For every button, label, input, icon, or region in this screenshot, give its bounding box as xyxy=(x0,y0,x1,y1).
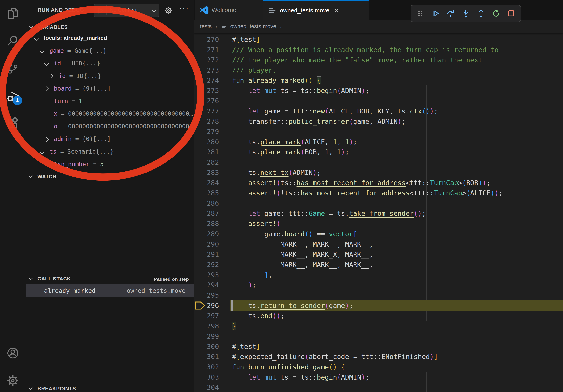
variable-row[interactable]: id = UID{...} xyxy=(26,57,193,70)
line-number[interactable]: 292 xyxy=(194,260,219,270)
settings-gear-icon[interactable] xyxy=(7,374,19,387)
code-line[interactable]: 295 xyxy=(194,290,563,301)
code-line[interactable]: 286 xyxy=(194,198,563,209)
more-actions-icon[interactable]: ··· xyxy=(179,3,189,13)
code-line[interactable]: 302fun burn_unfinished_game() { xyxy=(194,362,563,372)
section-breakpoints[interactable]: BREAKPOINTS xyxy=(26,385,193,392)
line-number[interactable]: 272 xyxy=(194,55,219,65)
breadcrumb-item[interactable]: … xyxy=(285,23,291,30)
code-line[interactable]: 281 ts.place_mark(BOB, 1, 1); xyxy=(194,147,563,157)
variable-row[interactable]: o = 0000000000000000000000000000000000… xyxy=(26,120,193,133)
code-line[interactable]: 294 ); xyxy=(194,280,563,290)
code-line[interactable]: 276 xyxy=(194,96,563,106)
configure-gear-icon[interactable] xyxy=(164,6,173,15)
code-line[interactable]: 301#[expected_failure(abort_code = ttt::… xyxy=(194,352,563,362)
line-number[interactable]: 273 xyxy=(194,65,219,75)
call-stack-frame[interactable]: already_marked owned_tests.move xyxy=(26,284,193,297)
tab-owned-tests[interactable]: owned_tests.move × xyxy=(263,0,369,20)
account-icon[interactable] xyxy=(7,347,19,359)
section-call-stack[interactable]: CALL STACK Paused on step xyxy=(26,275,193,284)
line-number[interactable]: 302 xyxy=(194,362,219,372)
variables-scope-row[interactable]: locals: already_marked xyxy=(26,32,193,45)
code-line[interactable]: 285 assert!(!ts::has_most_recent_for_add… xyxy=(194,188,563,198)
stop-button[interactable] xyxy=(507,9,516,18)
line-number[interactable]: 301 xyxy=(194,352,219,362)
line-number[interactable]: 303 xyxy=(194,372,219,382)
code-line[interactable]: 273/// player. xyxy=(194,65,563,75)
start-debug-icon[interactable] xyxy=(97,7,104,14)
breadcrumb-item[interactable]: owned_tests.move xyxy=(230,23,276,30)
explorer-icon[interactable] xyxy=(7,7,19,20)
variable-row[interactable]: turn = 1 xyxy=(26,95,193,108)
code-line[interactable]: 287 let game: ttt::Game = ts.take_from_s… xyxy=(194,208,563,219)
code-line[interactable]: 296 ts.return_to_sender(game); xyxy=(194,301,563,311)
line-number[interactable]: 274 xyxy=(194,75,219,85)
line-number[interactable]: 285 xyxy=(194,188,219,198)
line-number[interactable]: 286 xyxy=(194,198,219,209)
code-line[interactable]: 288 assert!( xyxy=(194,219,563,229)
search-icon[interactable] xyxy=(7,35,19,47)
extensions-icon[interactable] xyxy=(7,117,19,130)
line-number[interactable]: 289 xyxy=(194,229,219,239)
line-number[interactable]: 299 xyxy=(194,331,219,341)
code-line[interactable]: 274fun already_marked() { xyxy=(194,75,563,85)
line-number[interactable]: 290 xyxy=(194,239,219,249)
line-number[interactable]: 297 xyxy=(194,311,219,321)
line-number[interactable]: 294 xyxy=(194,280,219,290)
line-number[interactable]: 275 xyxy=(194,85,219,96)
line-number[interactable]: 295 xyxy=(194,290,219,301)
code-line[interactable]: 299 xyxy=(194,331,563,341)
line-number[interactable]: 283 xyxy=(194,167,219,178)
code-line[interactable]: 293 ], xyxy=(194,270,563,280)
variable-row[interactable]: ts = Scenario{...} xyxy=(26,145,193,158)
variable-row[interactable]: game = Game{...} xyxy=(26,45,193,57)
code-line[interactable]: 303 let mut ts = ts::begin(ADMIN); xyxy=(194,372,563,382)
line-number[interactable]: 271 xyxy=(194,45,219,55)
line-number[interactable]: 276 xyxy=(194,96,219,106)
line-number[interactable]: 291 xyxy=(194,249,219,260)
variable-row[interactable]: id = ID{...} xyxy=(26,70,193,82)
step-into-button[interactable] xyxy=(461,9,470,18)
variable-row[interactable]: txn_number = 5 xyxy=(26,158,193,171)
code-line[interactable]: 272/// the player who made the "false" m… xyxy=(194,55,563,65)
line-number[interactable]: 296 xyxy=(194,301,219,311)
code-line[interactable]: 300#[test] xyxy=(194,341,563,352)
code-editor[interactable]: 270#[test]271/// When a position is alre… xyxy=(194,33,563,392)
code-line[interactable]: 279 xyxy=(194,127,563,137)
line-number[interactable]: 282 xyxy=(194,157,219,167)
code-line[interactable]: 282 xyxy=(194,157,563,167)
code-line[interactable]: 271/// When a position is already marked… xyxy=(194,45,563,55)
code-line[interactable]: 304 xyxy=(194,382,563,392)
close-icon[interactable]: × xyxy=(334,7,338,14)
line-number[interactable]: 300 xyxy=(194,341,219,352)
line-number[interactable]: 281 xyxy=(194,147,219,157)
section-watch[interactable]: WATCH xyxy=(26,173,193,182)
code-line[interactable]: 292 MARK__, MARK__, MARK__, xyxy=(194,260,563,270)
code-line[interactable]: 289 game.board() == vector[ xyxy=(194,229,563,239)
code-line[interactable]: 277 let game = ttt::new(ALICE, BOB, KEY,… xyxy=(194,106,563,116)
line-number[interactable]: 278 xyxy=(194,116,219,127)
code-line[interactable]: 284 assert!(ts::has_most_recent_for_addr… xyxy=(194,178,563,188)
step-over-button[interactable] xyxy=(446,9,455,18)
tab-welcome[interactable]: Welcome xyxy=(195,0,263,20)
source-control-icon[interactable] xyxy=(7,62,19,75)
variable-row[interactable]: admin = (0)[...] xyxy=(26,133,193,145)
drag-grip-icon[interactable] xyxy=(416,9,425,18)
restart-button[interactable] xyxy=(492,9,501,18)
line-number[interactable]: 287 xyxy=(194,208,219,219)
debug-config-dropdown[interactable]: No Configur xyxy=(94,3,159,17)
breadcrumb-item[interactable]: tests xyxy=(200,23,212,30)
code-line[interactable]: 297 ts.end(); xyxy=(194,311,563,321)
code-line[interactable]: 283 ts.next_tx(ADMIN); xyxy=(194,167,563,178)
line-number[interactable]: 304 xyxy=(194,382,219,392)
code-line[interactable]: 278 transfer::public_transfer(game, ADMI… xyxy=(194,116,563,127)
line-number[interactable]: 284 xyxy=(194,178,219,188)
continue-button[interactable] xyxy=(431,9,440,18)
code-line[interactable]: 270#[test] xyxy=(194,34,563,45)
line-number[interactable]: 280 xyxy=(194,137,219,147)
section-variables[interactable]: VARIABLES xyxy=(26,23,193,32)
line-number[interactable]: 298 xyxy=(194,321,219,331)
line-number[interactable]: 293 xyxy=(194,270,219,280)
line-number[interactable]: 279 xyxy=(194,127,219,137)
line-number[interactable]: 277 xyxy=(194,106,219,116)
